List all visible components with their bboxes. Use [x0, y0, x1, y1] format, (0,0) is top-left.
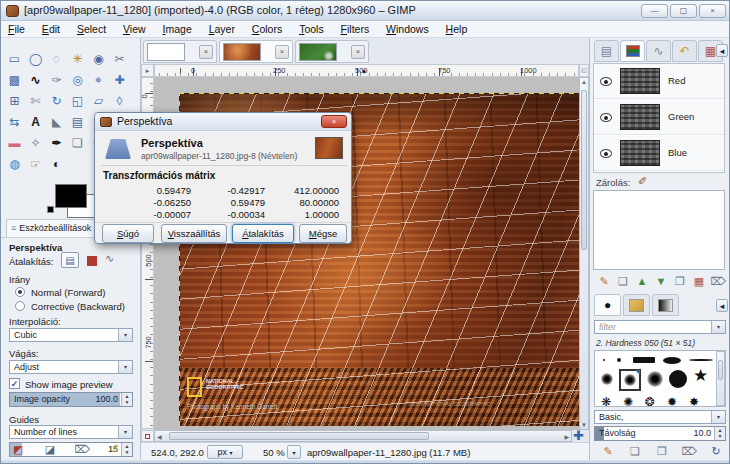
- ruler-corner-button[interactable]: ▸: [141, 64, 154, 77]
- scroll-left-icon[interactable]: ◀: [157, 433, 162, 440]
- brush-splatter[interactable]: ❂: [645, 395, 655, 407]
- menu-file[interactable]: File: [1, 21, 32, 37]
- tool-shear[interactable]: ▱: [88, 91, 109, 112]
- tool-rotate[interactable]: ↻: [46, 91, 67, 112]
- brush-line[interactable]: [689, 359, 713, 361]
- menu-select[interactable]: Select: [70, 21, 113, 37]
- preview-label[interactable]: Show image preview: [25, 379, 113, 390]
- lower-channel-button[interactable]: ▼: [653, 274, 669, 289]
- vertical-scrollbar[interactable]: ▲ ▼: [579, 77, 589, 430]
- tool-eraser[interactable]: ▬: [4, 133, 25, 154]
- visibility-eye-icon[interactable]: [600, 77, 612, 86]
- direction-normal-radio[interactable]: [15, 287, 25, 297]
- tab-undo-history[interactable]: ↶: [672, 40, 697, 62]
- brushes-menu-button[interactable]: ◂: [716, 299, 728, 312]
- channel-row-red[interactable]: Red: [594, 64, 724, 99]
- brush-selected-frame[interactable]: [619, 369, 641, 391]
- restore-options-button[interactable]: ◪: [41, 441, 59, 456]
- tool-zoom[interactable]: ◎: [67, 70, 88, 91]
- visibility-eye-icon[interactable]: [600, 113, 612, 122]
- tab-layers[interactable]: ▤: [594, 40, 619, 62]
- tool-smudge[interactable]: ☞: [25, 154, 46, 175]
- delete-brush-button[interactable]: ⌦: [681, 444, 697, 459]
- tab-channels[interactable]: [620, 40, 645, 62]
- tool-perspective[interactable]: ◊: [109, 91, 130, 112]
- visibility-eye-icon[interactable]: [600, 149, 612, 158]
- opacity-spinner[interactable]: ▲▼: [121, 393, 132, 406]
- brush-scrollbar[interactable]: [716, 351, 725, 406]
- menu-image[interactable]: Image: [156, 21, 199, 37]
- close-button[interactable]: ×: [699, 4, 726, 18]
- dialog-close-button[interactable]: ×: [321, 115, 347, 128]
- horizontal-scroll-thumb[interactable]: [169, 432, 429, 440]
- new-brush-button[interactable]: ❏: [627, 444, 643, 459]
- menu-help[interactable]: Help: [439, 21, 475, 37]
- tool-blend[interactable]: ▤: [67, 112, 88, 133]
- tab-brushes[interactable]: ●: [594, 294, 621, 316]
- tool-free-select[interactable]: ◌: [46, 49, 67, 70]
- tool-dodge-burn[interactable]: ◐: [46, 154, 67, 175]
- reset-options-button[interactable]: ↺: [105, 441, 123, 456]
- guides-type-dropdown[interactable]: Number of lines▾: [9, 425, 133, 439]
- menu-tools[interactable]: Tools: [292, 21, 331, 37]
- brush-star[interactable]: ★: [693, 365, 708, 386]
- spin-down-icon[interactable]: ▼: [125, 399, 130, 405]
- unit-dropdown[interactable]: px ▾: [207, 445, 243, 459]
- duplicate-channel-button[interactable]: ❐: [672, 274, 688, 289]
- preview-checkbox[interactable]: ✓: [9, 378, 20, 389]
- tab-tool-options[interactable]: ≡Eszközbeállítások: [6, 219, 102, 237]
- channel-row-green[interactable]: Green: [594, 100, 724, 135]
- brush-splatter[interactable]: ✸: [689, 395, 699, 407]
- horizontal-scrollbar[interactable]: ◀ ▶: [154, 430, 572, 442]
- dialog-title-bar[interactable]: Perspektíva ×: [95, 113, 351, 131]
- tool-foreground-select[interactable]: ▩: [4, 70, 25, 91]
- clipping-dropdown[interactable]: Adjust▾: [9, 360, 133, 374]
- direction-corrective-radio[interactable]: [15, 301, 25, 311]
- layers-empty-list[interactable]: [593, 190, 725, 270]
- channel-to-selection-button[interactable]: ▦: [691, 274, 707, 289]
- spacing-spinner[interactable]: ▲▼: [714, 427, 725, 440]
- tool-rectangle-select[interactable]: ▭: [4, 49, 25, 70]
- navigation-cross-icon[interactable]: ✚: [573, 428, 584, 443]
- delete-options-button[interactable]: ⌦: [73, 441, 91, 456]
- new-channel-button[interactable]: ❏: [615, 274, 631, 289]
- menu-colors[interactable]: Colors: [245, 21, 289, 37]
- tool-blur-sharpen[interactable]: ◍: [4, 154, 25, 175]
- brush-splatter[interactable]: ❋: [601, 395, 611, 407]
- image-tab-green[interactable]: ×: [295, 40, 369, 63]
- tool-crop[interactable]: ✄: [25, 91, 46, 112]
- tool-ellipse-select[interactable]: ◯: [25, 49, 46, 70]
- tool-measure[interactable]: ⌖: [88, 70, 109, 91]
- edit-brush-button[interactable]: ✎: [600, 444, 616, 459]
- tool-ink[interactable]: ✒: [46, 133, 67, 154]
- channels-menu-button[interactable]: ◂: [716, 44, 728, 57]
- tool-paths[interactable]: ∿: [25, 70, 46, 91]
- zoom-follow-button[interactable]: ◱: [579, 64, 589, 77]
- spin-down-icon[interactable]: ▼: [125, 449, 130, 455]
- close-icon[interactable]: ×: [275, 45, 289, 59]
- tool-airbrush[interactable]: ✧: [25, 133, 46, 154]
- direction-normal-label[interactable]: Normal (Forward): [31, 287, 105, 298]
- tool-color-picker[interactable]: ✑: [46, 70, 67, 91]
- image-tab-wallpaper[interactable]: ×: [219, 40, 293, 63]
- zoom-dropdown[interactable]: ▾: [287, 445, 301, 459]
- scroll-right-icon[interactable]: ▶: [564, 433, 569, 440]
- brush-spacing-slider[interactable]: Távolság 10.0 ▲▼: [594, 426, 726, 441]
- brush-scroll-thumb[interactable]: [718, 360, 723, 380]
- brush-filter-input[interactable]: filter▾: [594, 320, 726, 334]
- channel-row-blue[interactable]: Blue: [594, 136, 724, 171]
- raise-channel-button[interactable]: ▲: [634, 274, 650, 289]
- transform-button[interactable]: Átalakítás: [232, 224, 294, 243]
- tab-paths[interactable]: ∿: [646, 40, 671, 62]
- brush-splatter[interactable]: ✹: [667, 395, 677, 407]
- menu-edit[interactable]: Edit: [35, 21, 67, 37]
- lock-brush-icon[interactable]: ✐: [638, 175, 647, 188]
- brush-ellipse[interactable]: [663, 357, 681, 364]
- tool-move[interactable]: ✚: [109, 70, 130, 91]
- brush-circle-solid[interactable]: [669, 370, 687, 388]
- menu-layer[interactable]: Layer: [202, 21, 242, 37]
- default-colors-icon[interactable]: [47, 206, 54, 213]
- tool-flip[interactable]: ⇆: [4, 112, 25, 133]
- edit-channel-button[interactable]: ✎: [596, 274, 612, 289]
- interpolation-dropdown[interactable]: Cubic▾: [9, 328, 133, 342]
